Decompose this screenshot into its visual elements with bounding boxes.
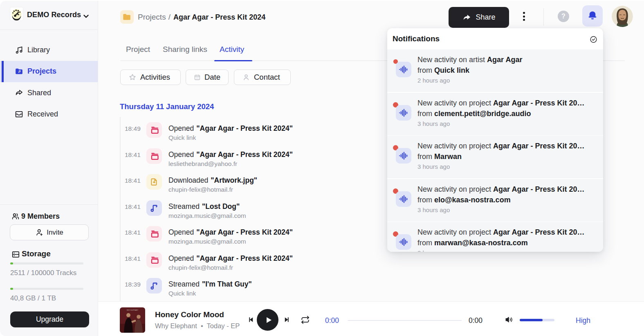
svg-text:WHY ELEPHANT: WHY ELEPHANT bbox=[127, 309, 139, 311]
